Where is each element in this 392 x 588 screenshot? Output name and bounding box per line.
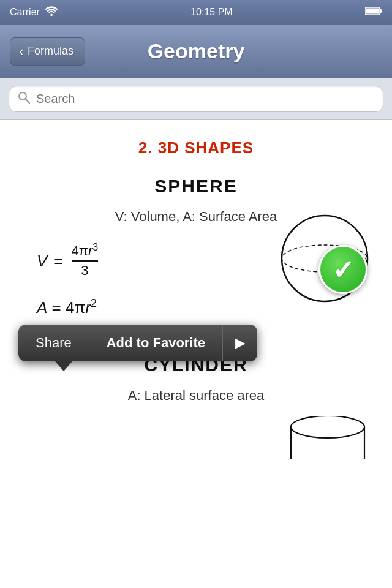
share-button[interactable]: Share	[18, 325, 89, 361]
svg-point-3	[19, 92, 26, 100]
checkmark-badge	[318, 245, 368, 294]
volume-label: V	[37, 252, 47, 271]
nav-bar: Formulas Geometry	[0, 24, 392, 78]
svg-line-4	[26, 99, 29, 103]
page-title: Geometry	[148, 39, 245, 63]
popup-toolbar: Share Add to Favorite ▶	[18, 325, 257, 361]
carrier-label: Carrier	[10, 7, 40, 18]
cylinder-diagram-area	[0, 410, 392, 459]
section-heading: 2. 3D SHAPES	[0, 120, 392, 164]
status-right	[365, 6, 382, 18]
cylinder-description: A: Lateral surface area	[0, 382, 392, 410]
sphere-heading: SPHERE	[0, 164, 392, 203]
svg-point-9	[291, 416, 364, 438]
status-left: Carrier	[10, 6, 58, 18]
battery-icon	[365, 6, 382, 18]
svg-rect-2	[366, 9, 379, 14]
search-input-wrapper	[9, 86, 383, 112]
search-icon	[18, 91, 30, 107]
time-label: 10:15 PM	[190, 7, 232, 18]
volume-fraction: 4πr3 3	[72, 243, 99, 279]
svg-rect-1	[380, 9, 382, 13]
status-bar: Carrier 10:15 PM	[0, 0, 392, 24]
add-to-favorite-button[interactable]: Add to Favorite	[89, 325, 223, 361]
wifi-icon	[45, 6, 58, 18]
search-bar-container	[0, 78, 392, 120]
popup-arrow-button[interactable]: ▶	[223, 325, 257, 361]
back-button[interactable]: Formulas	[10, 37, 85, 66]
search-input[interactable]	[36, 92, 374, 106]
